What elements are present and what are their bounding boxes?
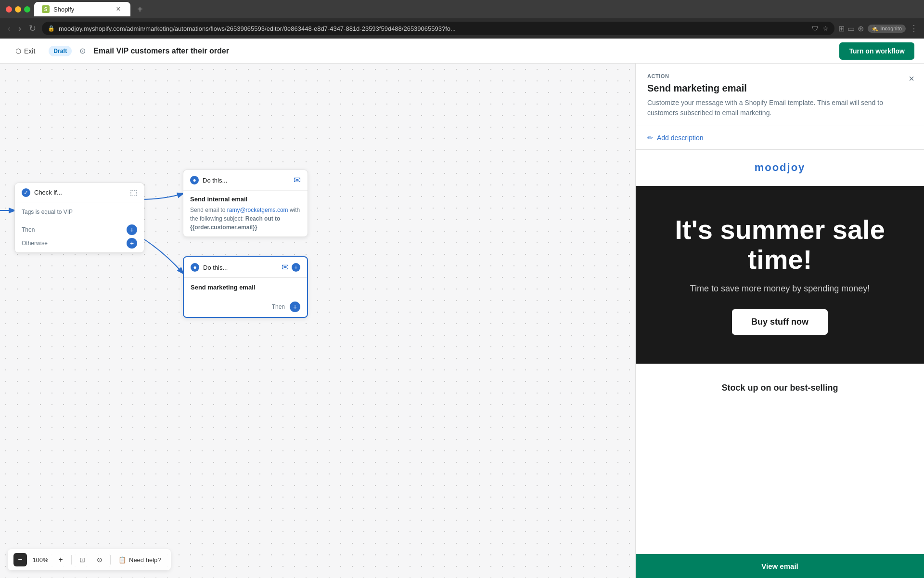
extensions-icon[interactable]: ⊞ [838, 24, 845, 33]
browser-dots [6, 6, 30, 13]
email-hero-title: It's summer sale time! [655, 215, 905, 274]
exit-icon: ⬡ [15, 47, 21, 55]
tab-title: Shopify [53, 6, 74, 13]
action-node-1-desc: Send email to ramy@rocketgems.com with t… [190, 206, 301, 232]
cast-icon[interactable]: ▭ [847, 24, 855, 33]
refresh-button[interactable]: ↻ [27, 22, 38, 35]
check-node-menu-icon[interactable]: ⬚ [130, 188, 137, 197]
email-preview-content: moodjoy It's summer sale time! Time to s… [636, 150, 924, 412]
help-icon: 📋 [118, 556, 126, 564]
then-label-2: Then [272, 303, 285, 310]
minimize-dot[interactable] [15, 6, 21, 13]
toolbar-divider-2 [110, 555, 111, 565]
close-panel-button[interactable]: × [909, 73, 914, 84]
right-panel-title: Send marketing email [647, 83, 912, 94]
close-dot[interactable] [6, 6, 12, 13]
url-text: moodjoy.myshopify.com/admin/marketing/au… [59, 25, 808, 32]
then-row: Then + [22, 224, 137, 235]
action-node-1-email: ramy@rocketgems.com [227, 207, 288, 213]
check-node-title: Check if... [34, 189, 126, 196]
zoom-toolbar: − 100% + ⊡ ⊙ 📋 Need help? [8, 549, 171, 570]
email-hero-subtitle: Time to save more money by spending mone… [655, 284, 905, 294]
shield-icon: 🛡 [812, 25, 819, 32]
view-email-button[interactable]: View email [636, 554, 924, 578]
email-icon-2: ✉ [282, 262, 289, 273]
help-label: Need help? [129, 556, 161, 564]
then-add-button[interactable]: + [127, 224, 137, 235]
workflow-title: Email VIP customers after their order [93, 47, 832, 55]
toolbar-divider-1 [71, 555, 72, 565]
check-if-node[interactable]: ✓ Check if... ⬚ Tags is equal to VIP The… [14, 183, 144, 253]
otherwise-add-button[interactable]: + [127, 238, 137, 249]
view-email-label: View email [761, 562, 798, 570]
status-check-icon: ⊙ [79, 46, 86, 55]
canvas-connectors [0, 64, 635, 578]
add-description-button[interactable]: ✏ Add description [647, 134, 704, 142]
zoom-in-button[interactable]: + [54, 553, 67, 566]
forward-button[interactable]: › [16, 22, 23, 35]
email-footer-text: Stock up on our best-selling [636, 364, 924, 412]
workflow-canvas[interactable]: ✓ Check if... ⬚ Tags is equal to VIP The… [0, 64, 635, 578]
check-node-dot: ✓ [22, 188, 30, 197]
action-node-2-footer: Then + [184, 297, 307, 317]
address-bar[interactable]: 🔒 moodjoy.myshopify.com/admin/marketing/… [42, 22, 834, 35]
profile-icon[interactable]: ⊕ [858, 24, 864, 33]
email-hero-section: It's summer sale time! Time to save more… [636, 186, 924, 364]
accessibility-button[interactable]: ⊙ [93, 553, 106, 566]
back-button[interactable]: ‹ [6, 22, 13, 35]
email-preview: moodjoy It's summer sale time! Time to s… [636, 150, 924, 554]
draft-badge: Draft [49, 46, 72, 56]
action-node-1-body: Send internal email Send email to ramy@r… [183, 191, 308, 236]
shopify-favicon: S [42, 5, 50, 13]
action-node-2-expand[interactable]: + [292, 263, 300, 272]
browser-tab[interactable]: S Shopify × [34, 2, 130, 16]
action-node-2-dot: ● [191, 263, 199, 272]
then-add-button-2[interactable]: + [290, 302, 300, 312]
action-node-1-title: Send internal email [190, 196, 301, 203]
otherwise-row: Otherwise + [22, 238, 137, 249]
right-panel-description: Customize your message with a Shopify Em… [647, 98, 912, 118]
right-panel-section-label: ACTION [647, 73, 912, 79]
email-cta-button[interactable]: Buy stuff now [732, 309, 828, 335]
new-tab-button[interactable]: + [134, 4, 146, 15]
address-bar-icons: 🛡 ☆ [812, 25, 829, 32]
turn-on-workflow-button[interactable]: Turn on workflow [839, 42, 914, 60]
app-header: ⬡ Exit Draft ⊙ Email VIP customers after… [0, 39, 924, 64]
action-node-marketing-email[interactable]: ● Do this... ✉ + Send marketing email Th… [183, 256, 308, 318]
action-node-1-header-label: Do this... [203, 177, 227, 184]
zoom-level: 100% [31, 556, 50, 564]
add-description-label: Add description [657, 134, 704, 142]
incognito-badge: 🕵 Incognito [868, 25, 906, 33]
email-icon-1: ✉ [294, 175, 301, 185]
incognito-label: Incognito [880, 26, 902, 31]
email-logo: moodjoy [647, 161, 912, 174]
right-panel-header: ACTION Send marketing email Customize yo… [636, 64, 924, 126]
action-node-2-body: Send marketing email [184, 278, 307, 297]
action-node-2-title: Send marketing email [191, 284, 300, 291]
browser-chrome: S Shopify × + [0, 0, 924, 18]
action-node-1-dot: ● [190, 176, 199, 184]
check-node-body: Tags is equal to VIP [15, 202, 144, 221]
otherwise-label: Otherwise [22, 240, 48, 247]
help-button[interactable]: 📋 Need help? [115, 554, 165, 565]
tab-close-button[interactable]: × [114, 5, 123, 13]
check-node-condition: Tags is equal to VIP [22, 209, 73, 215]
check-node-header: ✓ Check if... ⬚ [15, 183, 144, 202]
exit-label: Exit [24, 47, 35, 55]
main-layout: ✓ Check if... ⬚ Tags is equal to VIP The… [0, 64, 924, 578]
star-icon[interactable]: ☆ [822, 25, 829, 32]
email-logo-area: moodjoy [636, 150, 924, 186]
maximize-dot[interactable] [24, 6, 30, 13]
then-label: Then [22, 226, 35, 233]
zoom-out-button[interactable]: − [13, 553, 27, 566]
right-panel: ACTION Send marketing email Customize yo… [635, 64, 924, 578]
exit-button[interactable]: ⬡ Exit [10, 44, 41, 58]
more-options-button[interactable]: ⋮ [910, 23, 918, 34]
add-description-icon: ✏ [647, 134, 653, 142]
action-node-2-header-label: Do this... [203, 264, 228, 271]
address-bar-row: ‹ › ↻ 🔒 moodjoy.myshopify.com/admin/mark… [0, 18, 924, 39]
action-node-internal-email[interactable]: ● Do this... ✉ Send internal email Send … [183, 170, 308, 237]
fit-view-button[interactable]: ⊡ [76, 553, 89, 566]
check-node-footer: Then + Otherwise + [15, 221, 144, 252]
lock-icon: 🔒 [48, 25, 55, 32]
